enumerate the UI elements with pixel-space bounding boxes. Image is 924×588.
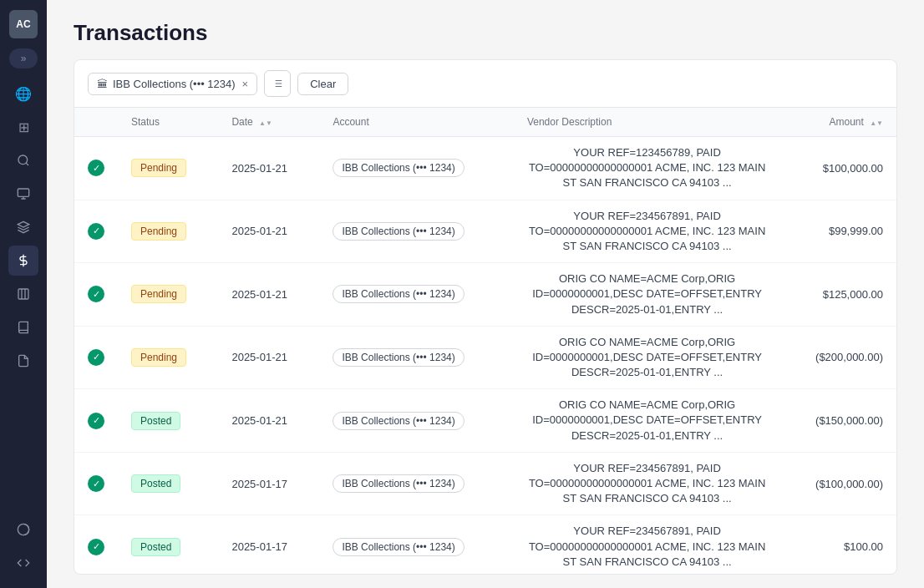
sidebar-item-search[interactable] xyxy=(8,145,38,175)
check-cell: ✓ xyxy=(74,200,118,263)
account-cell: IBB Collections (••• 1234) xyxy=(319,326,514,389)
svg-marker-2 xyxy=(18,221,28,227)
status-cell: Posted xyxy=(118,515,218,574)
filter-chip[interactable]: 🏛 IBB Collections (••• 1234) × xyxy=(88,73,257,95)
date-cell: 2025-01-21 xyxy=(218,137,319,200)
sidebar-item-balance[interactable] xyxy=(8,246,38,276)
check-icon: ✓ xyxy=(88,349,104,366)
status-cell: Posted xyxy=(118,389,218,453)
amount-cell: ($200,000.00) xyxy=(780,326,896,389)
status-badge: Pending xyxy=(131,159,186,177)
col-header-status: Status xyxy=(118,108,218,137)
transactions-table: Status Date ▲▼ Account Vendor Descriptio… xyxy=(74,108,896,574)
account-chip: IBB Collections (••• 1234) xyxy=(333,474,464,493)
clear-button[interactable]: Clear xyxy=(297,73,348,95)
amount-cell: $100.00 xyxy=(780,515,896,574)
avatar[interactable]: AC xyxy=(9,10,38,38)
vendor-description-cell: YOUR REF=234567891, PAID TO=000000000000… xyxy=(514,515,780,574)
page-header: Transactions xyxy=(47,0,924,59)
table-row: ✓Posted2025-01-17IBB Collections (••• 12… xyxy=(74,452,896,515)
collapse-button[interactable]: » xyxy=(9,48,38,68)
sidebar: AC » 🌐 ⊞ xyxy=(0,0,47,588)
account-chip: IBB Collections (••• 1234) xyxy=(333,412,464,430)
date-sort-icon: ▲▼ xyxy=(259,120,272,127)
table-row: ✓Posted2025-01-17IBB Collections (••• 12… xyxy=(74,515,896,574)
account-chip: IBB Collections (••• 1234) xyxy=(333,348,464,367)
check-cell: ✓ xyxy=(74,515,118,574)
date-cell: 2025-01-21 xyxy=(218,326,319,389)
account-chip: IBB Collections (••• 1234) xyxy=(333,538,464,556)
check-icon: ✓ xyxy=(88,475,104,492)
account-chip: IBB Collections (••• 1234) xyxy=(333,222,464,241)
status-cell: Pending xyxy=(118,263,218,327)
status-cell: Posted xyxy=(118,452,218,515)
col-header-account: Account xyxy=(319,108,514,137)
date-cell: 2025-01-21 xyxy=(218,263,319,327)
sidebar-item-grid[interactable]: ⊞ xyxy=(8,112,38,142)
sidebar-item-file[interactable] xyxy=(8,346,38,376)
check-icon: ✓ xyxy=(88,160,104,176)
check-icon: ✓ xyxy=(88,286,104,302)
check-cell: ✓ xyxy=(74,137,118,200)
account-chip: IBB Collections (••• 1234) xyxy=(333,285,464,303)
date-cell: 2025-01-21 xyxy=(218,389,319,453)
table-row: ✓Pending2025-01-21IBB Collections (••• 1… xyxy=(74,263,896,327)
status-cell: Pending xyxy=(118,326,218,389)
date-cell: 2025-01-17 xyxy=(218,515,319,574)
table-container: 🏛 IBB Collections (••• 1234) × Clear Sta… xyxy=(74,59,897,575)
col-header-amount[interactable]: Amount ▲▼ xyxy=(780,108,896,137)
amount-cell: ($150,000.00) xyxy=(780,389,896,453)
col-header-vendor-description: Vendor Description xyxy=(514,108,780,137)
check-cell: ✓ xyxy=(74,452,118,515)
svg-rect-1 xyxy=(18,189,28,196)
sidebar-item-book[interactable] xyxy=(8,312,38,342)
amount-cell: $125,000.00 xyxy=(780,263,896,327)
vendor-description-cell: YOUR REF=234567891, PAID TO=000000000000… xyxy=(514,200,780,263)
status-badge: Pending xyxy=(131,222,186,241)
amount-cell: ($100,000.00) xyxy=(780,452,896,515)
date-cell: 2025-01-17 xyxy=(218,452,319,515)
status-badge: Pending xyxy=(131,285,186,303)
check-cell: ✓ xyxy=(74,389,118,453)
account-cell: IBB Collections (••• 1234) xyxy=(319,263,514,327)
vendor-description-cell: ORIG CO NAME=ACME Corp,ORIG ID=000000000… xyxy=(514,263,780,327)
check-cell: ✓ xyxy=(74,263,118,327)
check-icon: ✓ xyxy=(88,413,104,429)
vendor-description-cell: ORIG CO NAME=ACME Corp,ORIG ID=000000000… xyxy=(514,389,780,453)
sidebar-item-layers[interactable] xyxy=(8,212,38,242)
filter-chip-label: IBB Collections (••• 1234) xyxy=(113,78,236,90)
content-area: 🏛 IBB Collections (••• 1234) × Clear Sta… xyxy=(47,59,924,588)
col-header-date[interactable]: Date ▲▼ xyxy=(218,108,319,137)
table-row: ✓Posted2025-01-21IBB Collections (••• 12… xyxy=(74,389,896,453)
vendor-description-cell: ORIG CO NAME=ACME Corp,ORIG ID=000000000… xyxy=(514,326,780,389)
status-badge: Posted xyxy=(131,412,180,430)
date-cell: 2025-01-21 xyxy=(218,200,319,263)
vendor-description-cell: YOUR REF=123456789, PAID TO=000000000000… xyxy=(514,137,780,200)
check-icon: ✓ xyxy=(88,539,104,555)
filter-bar: 🏛 IBB Collections (••• 1234) × Clear xyxy=(74,60,896,108)
account-chip: IBB Collections (••• 1234) xyxy=(333,159,464,177)
account-cell: IBB Collections (••• 1234) xyxy=(319,137,514,200)
check-icon: ✓ xyxy=(88,223,104,240)
status-cell: Pending xyxy=(118,200,218,263)
vendor-description-cell: YOUR REF=234567891, PAID TO=000000000000… xyxy=(514,452,780,515)
account-cell: IBB Collections (••• 1234) xyxy=(319,389,514,453)
account-cell: IBB Collections (••• 1234) xyxy=(319,200,514,263)
sidebar-item-code[interactable] xyxy=(8,548,38,578)
amount-cell: $99,999.00 xyxy=(780,200,896,263)
status-badge: Posted xyxy=(131,474,180,493)
table-body: ✓Pending2025-01-21IBB Collections (••• 1… xyxy=(74,137,896,575)
sidebar-item-globe[interactable]: 🌐 xyxy=(8,79,38,109)
svg-rect-4 xyxy=(18,289,28,299)
filter-chip-close-button[interactable]: × xyxy=(242,78,249,90)
table-scroll[interactable]: Status Date ▲▼ Account Vendor Descriptio… xyxy=(74,108,896,574)
main-content: Transactions 🏛 IBB Collections (••• 1234… xyxy=(47,0,924,588)
sidebar-item-toggle[interactable] xyxy=(8,514,38,545)
filter-icon-button[interactable] xyxy=(264,70,291,97)
amount-cell: $100,000.00 xyxy=(780,137,896,200)
table-row: ✓Pending2025-01-21IBB Collections (••• 1… xyxy=(74,326,896,389)
status-badge: Posted xyxy=(131,538,180,556)
sidebar-item-monitor[interactable] xyxy=(8,179,38,209)
table-header: Status Date ▲▼ Account Vendor Descriptio… xyxy=(74,108,896,137)
sidebar-item-columns[interactable] xyxy=(8,279,38,309)
